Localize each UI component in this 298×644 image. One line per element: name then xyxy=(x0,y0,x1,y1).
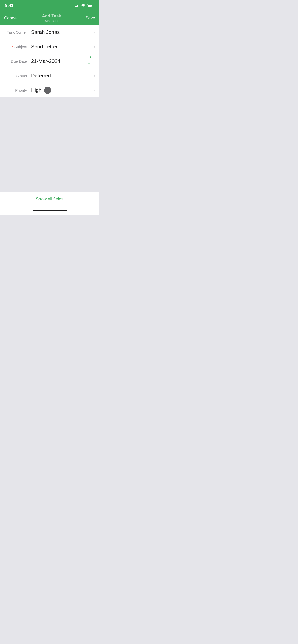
calendar-top xyxy=(85,57,93,59)
calendar-icon[interactable]: 1 xyxy=(85,57,93,65)
nav-title: Add Task xyxy=(42,13,61,19)
nav-center: Add Task Standard xyxy=(42,13,61,23)
subject-label: * Subject xyxy=(4,45,27,49)
wifi-icon xyxy=(81,4,86,7)
priority-label: Priority xyxy=(4,88,27,92)
navigation-bar: Cancel Add Task Standard Save xyxy=(0,11,99,25)
chevron-right-icon: › xyxy=(94,73,95,78)
home-bar xyxy=(33,210,67,211)
task-owner-label: Task Owner xyxy=(4,30,27,34)
chevron-right-icon: › xyxy=(94,87,95,93)
chevron-right-icon: › xyxy=(94,44,95,49)
priority-dot-indicator xyxy=(44,87,51,94)
form-container: Task Owner Sarah Jonas › * Subject Send … xyxy=(0,25,99,97)
calendar-day: 1 xyxy=(88,61,90,64)
battery-icon xyxy=(87,4,94,7)
task-owner-row[interactable]: Task Owner Sarah Jonas › xyxy=(0,25,99,39)
subject-value: Send Letter xyxy=(31,44,94,50)
chevron-right-icon: › xyxy=(94,30,95,35)
status-row[interactable]: Status Deferred › xyxy=(0,68,99,83)
show-all-fields-label: Show all fields xyxy=(36,197,64,202)
status-label: Status xyxy=(4,74,27,78)
subject-row[interactable]: * Subject Send Letter › xyxy=(0,39,99,54)
priority-value-container: High xyxy=(31,87,51,94)
due-date-value: 21-Mar-2024 xyxy=(31,58,85,64)
show-all-fields-button[interactable]: Show all fields xyxy=(0,192,99,206)
priority-value: High xyxy=(31,87,42,93)
nav-subtitle: Standard xyxy=(45,19,58,23)
status-icons xyxy=(75,4,94,7)
save-button[interactable]: Save xyxy=(85,16,95,21)
status-bar: 9:41 xyxy=(0,0,99,11)
required-star: * xyxy=(12,45,13,49)
home-indicator xyxy=(0,206,99,215)
signal-icon xyxy=(75,4,79,7)
bottom-area: Show all fields xyxy=(0,192,99,215)
task-owner-value: Sarah Jonas xyxy=(31,29,94,35)
due-date-row[interactable]: Due Date 21-Mar-2024 1 xyxy=(0,54,99,68)
status-value: Deferred xyxy=(31,73,94,79)
priority-row[interactable]: Priority High › xyxy=(0,83,99,97)
empty-area xyxy=(0,97,99,204)
cancel-button[interactable]: Cancel xyxy=(4,16,18,21)
status-time: 9:41 xyxy=(5,3,13,8)
due-date-label: Due Date xyxy=(4,59,27,63)
